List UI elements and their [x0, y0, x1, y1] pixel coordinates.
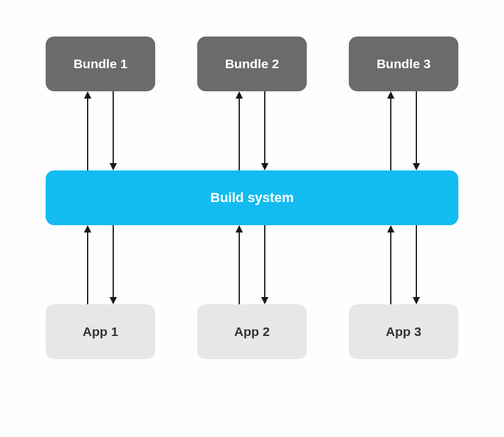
bundle-label: Bundle 1 — [74, 57, 128, 71]
svg-marker-9 — [387, 91, 394, 99]
svg-marker-11 — [413, 163, 420, 170]
bundle-box-3: Bundle 3 — [349, 37, 458, 91]
bundle-row: Bundle 1 Bundle 2 Bundle 3 — [46, 37, 458, 91]
arrow-down-icon — [416, 91, 417, 170]
bundle-box-1: Bundle 1 — [46, 37, 155, 91]
arrows-top-row — [46, 91, 458, 170]
svg-marker-7 — [261, 163, 268, 170]
app-row: App 1 App 2 App 3 — [46, 304, 458, 359]
svg-marker-21 — [387, 225, 394, 232]
svg-marker-15 — [110, 297, 117, 304]
svg-marker-3 — [110, 163, 117, 170]
arrow-pair — [46, 225, 155, 304]
app-label: App 1 — [83, 324, 118, 339]
arrow-down-icon — [264, 225, 265, 304]
svg-marker-1 — [84, 91, 91, 99]
app-box-2: App 2 — [197, 304, 307, 359]
arrow-up-icon — [87, 91, 88, 170]
arrow-up-icon — [390, 91, 391, 170]
svg-marker-13 — [84, 225, 91, 232]
arrow-pair — [197, 91, 307, 170]
build-system-label: Build system — [211, 190, 294, 206]
arrow-pair — [197, 225, 307, 304]
arrow-up-icon — [239, 91, 240, 170]
svg-marker-23 — [413, 297, 420, 304]
arrow-pair — [46, 91, 155, 170]
app-box-3: App 3 — [349, 304, 458, 359]
arrow-down-icon — [113, 225, 114, 304]
arrow-down-icon — [264, 91, 265, 170]
svg-marker-19 — [261, 297, 268, 304]
arrow-down-icon — [416, 225, 417, 304]
arrow-pair — [349, 91, 458, 170]
bundle-label: Bundle 2 — [225, 57, 279, 71]
arrows-bottom-row — [46, 225, 458, 304]
app-label: App 2 — [234, 324, 270, 339]
arrow-up-icon — [390, 225, 391, 304]
arrow-down-icon — [113, 91, 114, 170]
app-label: App 3 — [386, 324, 421, 339]
bundle-label: Bundle 3 — [377, 57, 431, 71]
build-system-box: Build system — [46, 170, 458, 225]
arrow-up-icon — [239, 225, 240, 304]
bundle-box-2: Bundle 2 — [197, 37, 307, 91]
svg-marker-5 — [236, 91, 243, 99]
arrow-up-icon — [87, 225, 88, 304]
app-box-1: App 1 — [46, 304, 155, 359]
arrow-pair — [349, 225, 458, 304]
svg-marker-17 — [236, 225, 243, 232]
